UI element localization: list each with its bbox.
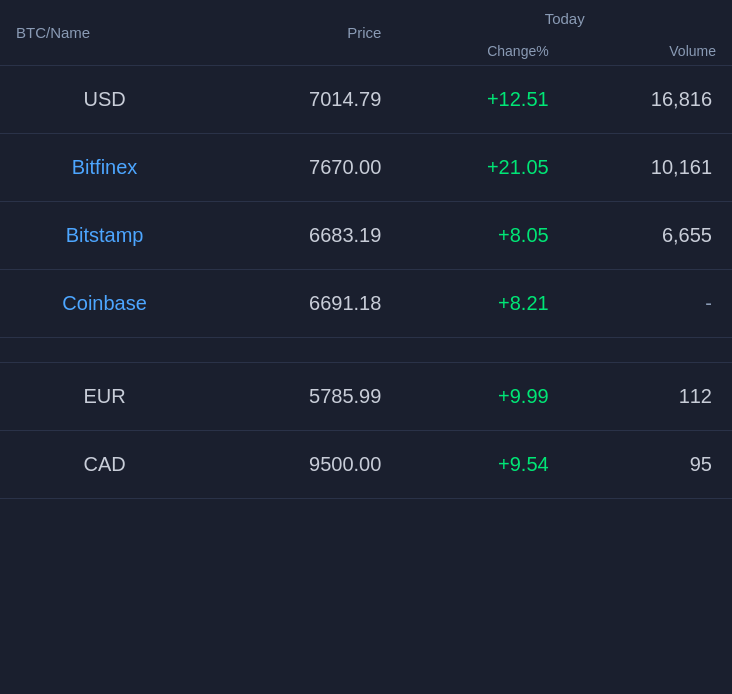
cell-change: +9.99 bbox=[397, 363, 564, 431]
header-change: Change% bbox=[397, 37, 564, 66]
cell-volume: 6,655 bbox=[565, 202, 732, 270]
cell-price: 7670.00 bbox=[209, 134, 397, 202]
cell-price: 7014.79 bbox=[209, 66, 397, 134]
cell-price: 5785.99 bbox=[209, 363, 397, 431]
table-row: Bitstamp6683.19+8.056,655 bbox=[0, 202, 732, 270]
cell-volume: 95 bbox=[565, 431, 732, 499]
table-row: CAD9500.00+9.5495 bbox=[0, 431, 732, 499]
cell-change: +12.51 bbox=[397, 66, 564, 134]
separator-row bbox=[0, 338, 732, 363]
cell-volume: 112 bbox=[565, 363, 732, 431]
cell-name[interactable]: Bitfinex bbox=[0, 134, 209, 202]
header-name: BTC/Name bbox=[0, 0, 209, 66]
header-price: Price bbox=[209, 0, 397, 66]
table-row: Bitfinex7670.00+21.0510,161 bbox=[0, 134, 732, 202]
cell-change: +9.54 bbox=[397, 431, 564, 499]
table-row: USD7014.79+12.5116,816 bbox=[0, 66, 732, 134]
cell-name: EUR bbox=[0, 363, 209, 431]
cell-name[interactable]: Bitstamp bbox=[0, 202, 209, 270]
cell-change: +8.05 bbox=[397, 202, 564, 270]
header-volume: Volume bbox=[565, 37, 732, 66]
cell-name: CAD bbox=[0, 431, 209, 499]
header-today: Today bbox=[397, 0, 732, 37]
table-row: EUR5785.99+9.99112 bbox=[0, 363, 732, 431]
cell-change: +21.05 bbox=[397, 134, 564, 202]
cell-name: USD bbox=[0, 66, 209, 134]
cell-price: 6691.18 bbox=[209, 270, 397, 338]
cell-price: 9500.00 bbox=[209, 431, 397, 499]
cell-price: 6683.19 bbox=[209, 202, 397, 270]
crypto-table: BTC/Name Price Today Change% Volume USD7… bbox=[0, 0, 732, 499]
cell-change: +8.21 bbox=[397, 270, 564, 338]
cell-volume: - bbox=[565, 270, 732, 338]
cell-volume: 10,161 bbox=[565, 134, 732, 202]
cell-volume: 16,816 bbox=[565, 66, 732, 134]
table-row: Coinbase6691.18+8.21- bbox=[0, 270, 732, 338]
cell-name[interactable]: Coinbase bbox=[0, 270, 209, 338]
